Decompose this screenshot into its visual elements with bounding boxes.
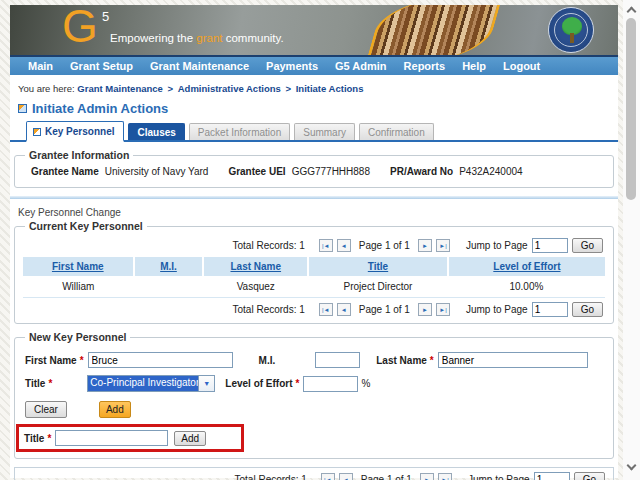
required-asterisk: * — [48, 378, 52, 389]
title-form-row: Title * Co-Principal Investigator ▼ Leve… — [25, 375, 605, 392]
tab-bar: Key Personnel Clauses Packet Information… — [10, 121, 618, 142]
required-asterisk: * — [80, 355, 84, 366]
next-page-button[interactable]: ► — [418, 303, 432, 316]
breadcrumb: You are here: Grant Maintenance > Admini… — [18, 83, 618, 94]
scrollbar-thumb[interactable] — [626, 18, 636, 200]
tagline-post: community. — [223, 32, 284, 44]
next-page-button[interactable]: ► — [420, 473, 434, 480]
grantee-name-label: Grantee Name — [31, 166, 99, 177]
last-page-button[interactable]: ►| — [436, 239, 450, 252]
main-navbar: Main Grant Setup Grant Maintenance Payme… — [10, 55, 618, 75]
first-name-input[interactable] — [88, 352, 233, 368]
nav-item-grant-setup[interactable]: Grant Setup — [70, 60, 133, 72]
page-scrollbar[interactable] — [623, 0, 640, 480]
new-title-label: Title — [24, 433, 44, 444]
last-page-button[interactable]: ►| — [438, 473, 452, 480]
cell-title: Project Director — [308, 276, 448, 298]
column-header-first-name[interactable]: First Name — [52, 261, 104, 272]
last-page-button[interactable]: ►| — [436, 303, 450, 316]
grantee-name-value: University of Navy Yard — [105, 166, 209, 177]
total-records-label: Total Records: 1 — [233, 240, 305, 251]
mi-input[interactable] — [315, 352, 360, 368]
breadcrumb-separator: > — [285, 83, 291, 94]
first-name-label: First Name — [25, 355, 77, 366]
header-banner: G 5 Empowering the grant community. — [10, 5, 618, 55]
column-header-level-of-effort[interactable]: Level of Effort — [493, 261, 560, 272]
seal-trunk — [570, 33, 574, 43]
level-of-effort-label: Level of Effort — [225, 378, 292, 389]
tagline-grant: grant — [196, 32, 222, 44]
annotation-highlight-box: Title * Add — [16, 424, 244, 452]
tab-summary[interactable]: Summary — [294, 123, 355, 140]
bookshelf-photo — [366, 5, 502, 55]
page-title: Initiate Admin Actions — [32, 101, 168, 116]
nav-item-g5-admin[interactable]: G5 Admin — [335, 60, 387, 72]
tagline: Empowering the grant community. — [110, 32, 284, 44]
cell-last-name: Vasquez — [203, 276, 308, 298]
clear-button[interactable]: Clear — [25, 401, 67, 418]
nav-item-reports[interactable]: Reports — [404, 60, 446, 72]
current-key-personnel-table: First Name M.I. Last Name Title Level of… — [23, 257, 605, 298]
column-header-last-name[interactable]: Last Name — [230, 261, 281, 272]
personnel-select-section: Total Records: 1 |◄ ◄ Page 1 of 1 ► ►| J… — [14, 467, 614, 480]
jump-to-page-input[interactable] — [534, 472, 570, 480]
scroll-up-icon[interactable] — [627, 7, 637, 17]
go-button[interactable]: Go — [574, 472, 605, 480]
tab-clauses[interactable]: Clauses — [128, 123, 184, 140]
level-of-effort-input[interactable] — [303, 376, 358, 392]
add-title-button[interactable]: Add — [174, 431, 206, 446]
nav-item-grant-maintenance[interactable]: Grant Maintenance — [150, 60, 249, 72]
tab-confirmation[interactable]: Confirmation — [359, 123, 434, 140]
next-page-button[interactable]: ► — [418, 239, 432, 252]
grantee-information-legend: Grantee Information — [25, 149, 133, 161]
nav-item-payments[interactable]: Payments — [266, 60, 318, 72]
page-title-icon — [18, 104, 27, 113]
go-button[interactable]: Go — [572, 238, 603, 253]
cell-level-of-effort: 10.00% — [448, 276, 605, 298]
first-page-button[interactable]: |◄ — [319, 239, 333, 252]
current-key-personnel-section: Current Key Personnel Total Records: 1 |… — [14, 220, 614, 324]
pr-award-no-value: P432A240004 — [459, 166, 522, 177]
jump-to-page-label: Jump to Page — [466, 304, 528, 315]
nav-item-logout[interactable]: Logout — [503, 60, 540, 72]
breadcrumb-initiate-actions[interactable]: Initiate Actions — [296, 83, 364, 94]
tagline-pre: Empowering the — [110, 32, 196, 44]
jump-to-page-input[interactable] — [532, 238, 568, 253]
prev-page-button[interactable]: ◄ — [337, 239, 351, 252]
grantee-uei-value: GGG777HHH888 — [292, 166, 370, 177]
title-label: Title — [25, 378, 45, 389]
tab-key-personnel[interactable]: Key Personnel — [26, 121, 124, 142]
last-name-label: Last Name — [376, 355, 427, 366]
page-indicator: Page 1 of 1 — [359, 304, 410, 315]
last-name-input[interactable] — [438, 352, 588, 368]
key-personnel-change-label: Key Personnel Change — [18, 207, 618, 218]
pagination-bar: Total Records: 1 |◄ ◄ Page 1 of 1 ► ►| J… — [23, 234, 605, 257]
breadcrumb-administrative-actions[interactable]: Administrative Actions — [178, 83, 281, 94]
add-button[interactable]: Add — [99, 401, 131, 418]
scroll-down-icon[interactable] — [627, 461, 637, 471]
chevron-down-icon[interactable]: ▼ — [198, 376, 214, 391]
jump-to-page-label: Jump to Page — [466, 240, 528, 251]
tab-packet-information[interactable]: Packet Information — [189, 123, 290, 140]
jump-to-page-input[interactable] — [532, 302, 568, 317]
title-select[interactable]: Co-Principal Investigator ▼ — [87, 375, 215, 392]
prev-page-button[interactable]: ◄ — [339, 473, 353, 480]
page-title-row: Initiate Admin Actions — [18, 101, 618, 116]
new-title-input[interactable] — [55, 430, 168, 446]
pr-award-no-label: PR/Award No — [390, 166, 453, 177]
nav-item-main[interactable]: Main — [28, 60, 53, 72]
prev-page-button[interactable]: ◄ — [337, 303, 351, 316]
first-page-button[interactable]: |◄ — [319, 303, 333, 316]
column-header-title[interactable]: Title — [368, 261, 388, 272]
first-page-button[interactable]: |◄ — [321, 473, 335, 480]
required-asterisk: * — [47, 433, 51, 444]
cell-mi — [134, 276, 204, 298]
new-key-personnel-legend: New Key Personnel — [25, 331, 130, 343]
total-records-label: Total Records: 1 — [233, 304, 305, 315]
breadcrumb-grant-maintenance[interactable]: Grant Maintenance — [77, 83, 163, 94]
g5-logo: G — [62, 5, 96, 53]
column-header-mi[interactable]: M.I. — [160, 261, 177, 272]
tab-key-personnel-label: Key Personnel — [45, 126, 114, 137]
nav-item-help[interactable]: Help — [462, 60, 486, 72]
go-button[interactable]: Go — [572, 302, 603, 317]
